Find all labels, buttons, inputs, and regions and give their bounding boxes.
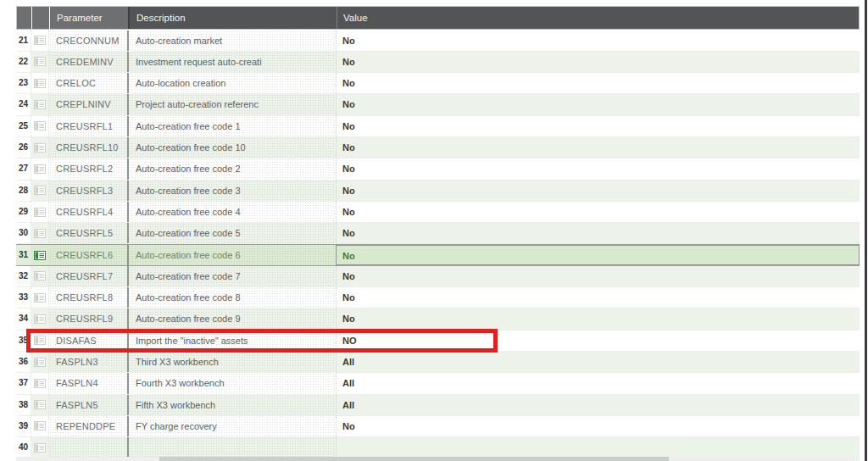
description-cell[interactable]: Investment request auto-creati [127,52,336,72]
parameter-cell[interactable]: CREPLNINV [49,94,127,114]
value-cell[interactable]: NO [336,330,860,351]
table-row[interactable]: 25 CREUSRFL1 Auto-creation free code 1 N… [16,116,860,137]
value-cell[interactable]: No [336,245,860,264]
description-cell[interactable]: Auto-creation free code 8 [127,287,336,308]
detail-grid-icon[interactable] [31,245,49,264]
description-cell[interactable]: Auto-creation free code 1 [127,116,336,136]
value-cell[interactable]: No [336,202,860,222]
value-cell[interactable]: No [336,308,860,329]
parameter-cell[interactable]: CREUSRFL9 [49,308,127,329]
parameter-cell[interactable]: CRECONNUM [49,31,127,51]
parameter-cell[interactable]: CREUSRFL3 [49,181,127,201]
table-row[interactable]: 40 [16,437,860,458]
table-row[interactable]: 34 CREUSRFL9 Auto-creation free code 9 N… [16,308,860,330]
parameter-cell[interactable]: FASPLN5 [49,395,127,415]
table-row[interactable]: 23 CRELOC Auto-location creation No [16,73,860,94]
description-cell[interactable]: Auto-creation free code 5 [127,223,336,243]
detail-grid-icon[interactable] [31,31,49,51]
parameter-cell[interactable]: REPENDDPE [49,416,127,436]
value-cell[interactable]: All [336,352,860,372]
description-cell[interactable]: Auto-creation free code 3 [127,181,336,201]
value-cell[interactable]: No [336,158,860,179]
detail-grid-icon[interactable] [31,373,49,393]
value-cell[interactable]: No [336,181,860,201]
detail-grid-icon[interactable] [31,416,49,436]
detail-grid-icon[interactable] [31,158,49,179]
value-cell[interactable]: No [336,287,860,308]
horizontal-scrollbar[interactable] [16,457,860,461]
value-cell[interactable] [336,437,860,458]
scrollbar-thumb[interactable] [159,457,669,461]
parameter-cell[interactable]: CREUSRFL5 [49,223,127,243]
description-cell[interactable]: Import the "inactive" assets [127,330,336,351]
parameter-cell[interactable]: CREUSRFL7 [49,266,127,286]
detail-grid-icon[interactable] [31,52,49,72]
parameter-cell[interactable]: CREUSRFL10 [49,137,127,158]
table-row[interactable]: 31 CREUSRFL6 Auto-creation free code 6 N… [16,244,860,265]
description-cell[interactable]: Fifth X3 workbench [127,395,336,415]
parameter-cell[interactable]: CREUSRFL2 [49,158,127,179]
table-row[interactable]: 39 REPENDDPE FY charge recovery No [16,416,860,437]
table-row[interactable]: 30 CREUSRFL5 Auto-creation free code 5 N… [16,223,860,244]
parameter-cell[interactable] [49,437,127,458]
detail-grid-icon[interactable] [31,330,49,351]
table-row[interactable]: 35 DISAFAS Import the "inactive" assets … [16,330,860,352]
value-cell[interactable]: No [336,94,860,114]
description-cell[interactable]: Auto-creation free code 7 [127,266,336,286]
detail-grid-icon[interactable] [31,202,49,222]
parameter-cell[interactable]: CREUSRFL8 [49,287,127,308]
detail-grid-icon[interactable] [31,137,49,158]
header-parameter[interactable]: Parameter [50,7,128,29]
parameter-cell[interactable]: DISAFAS [49,330,127,351]
detail-grid-icon[interactable] [31,287,49,308]
value-cell[interactable]: All [336,395,860,415]
description-cell[interactable]: Fourth X3 workbench [127,373,336,393]
detail-grid-icon[interactable] [31,352,49,372]
table-row[interactable]: 28 CREUSRFL3 Auto-creation free code 3 N… [16,181,860,202]
detail-grid-icon[interactable] [31,94,49,114]
table-row[interactable]: 22 CREDEMINV Investment request auto-cre… [16,52,860,73]
table-row[interactable]: 21 CRECONNUM Auto-creation market No [16,31,860,52]
parameter-cell[interactable]: CREUSRFL6 [49,245,127,264]
description-cell[interactable]: Auto-creation free code 6 [127,245,336,264]
description-cell[interactable]: Auto-creation market [127,31,336,51]
table-row[interactable]: 24 CREPLNINV Project auto-creation refer… [16,94,860,115]
detail-grid-icon[interactable] [31,437,49,458]
detail-grid-icon[interactable] [31,116,49,136]
table-row[interactable]: 32 CREUSRFL7 Auto-creation free code 7 N… [16,266,860,287]
description-cell[interactable]: Auto-location creation [127,73,336,93]
description-cell[interactable]: Project auto-creation referenc [127,94,336,114]
description-cell[interactable]: Auto-creation free code 10 [127,137,336,158]
table-row[interactable]: 27 CREUSRFL2 Auto-creation free code 2 N… [16,158,860,180]
detail-grid-icon[interactable] [31,308,49,329]
value-cell[interactable]: No [336,266,860,286]
value-cell[interactable]: No [336,116,860,136]
header-value[interactable]: Value [337,7,859,29]
table-row[interactable]: 38 FASPLN5 Fifth X3 workbench All [16,395,860,416]
table-row[interactable]: 36 FASPLN3 Third X3 workbench All [16,352,860,373]
description-cell[interactable]: Auto-creation free code 4 [127,202,336,222]
value-cell[interactable]: No [336,31,860,51]
detail-grid-icon[interactable] [31,395,49,415]
description-cell[interactable]: Third X3 workbench [127,352,336,372]
detail-grid-icon[interactable] [31,73,49,93]
value-cell[interactable]: No [336,416,860,436]
table-row[interactable]: 33 CREUSRFL8 Auto-creation free code 8 N… [16,287,860,308]
detail-grid-icon[interactable] [31,181,49,201]
parameter-cell[interactable]: FASPLN4 [49,373,127,393]
parameter-cell[interactable]: FASPLN3 [49,352,127,372]
description-cell[interactable]: Auto-creation free code 9 [127,308,336,329]
value-cell[interactable]: All [336,373,860,393]
parameter-cell[interactable]: CRELOC [49,73,127,93]
description-cell[interactable]: Auto-creation free code 2 [127,158,336,179]
value-cell[interactable]: No [336,73,860,93]
table-row[interactable]: 29 CREUSRFL4 Auto-creation free code 4 N… [16,202,860,223]
description-cell[interactable]: FY charge recovery [127,416,336,436]
header-description[interactable]: Description [128,7,337,29]
value-cell[interactable]: No [336,52,860,72]
description-cell[interactable] [127,437,336,458]
parameter-cell[interactable]: CREDEMINV [49,52,127,72]
detail-grid-icon[interactable] [31,266,49,286]
parameter-cell[interactable]: CREUSRFL4 [49,202,127,222]
value-cell[interactable]: No [336,223,860,243]
